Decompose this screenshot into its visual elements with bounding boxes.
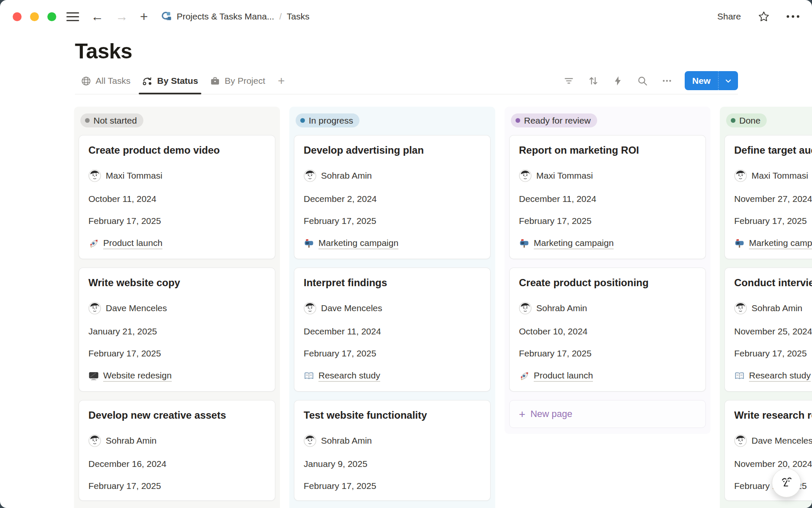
task-card[interactable]: Develop new creative assetsSohrab AminDe… [79,400,275,501]
start-date: December 11, 2024 [519,194,696,204]
forward-arrow-icon[interactable]: → [115,10,128,23]
breadcrumb: Projects & Tasks Mana... / Tasks [159,10,310,23]
search-icon[interactable] [633,72,652,89]
status-badge-not-started[interactable]: Not started [80,113,143,127]
chevron-down-icon[interactable] [718,71,738,90]
task-card[interactable]: Conduct interviewsSohrab AminNovember 25… [724,268,812,392]
assignee-name: Sohrab Amin [321,436,372,446]
status-label: Done [739,116,760,126]
start-date: November 27, 2024 [734,194,812,204]
task-card[interactable]: Create product demo videoMaxi TommasiOct… [79,135,275,259]
mailbox-icon [734,238,745,249]
more-ellipsis-icon[interactable] [787,15,799,18]
assignee-name: Sohrab Amin [752,303,802,313]
start-date: November 25, 2024 [734,326,812,337]
assignee-name: Dave Menceles [106,303,167,313]
globe-icon [81,76,91,86]
ai-assistant-button[interactable] [772,468,801,497]
breadcrumb-current[interactable]: Tasks [287,11,310,22]
briefcase-icon [210,76,220,86]
board-column-ready-for-review: Ready for reviewReport on marketing ROIM… [505,107,710,434]
board-column-not-started: Not startedCreate product demo videoMaxi… [74,107,280,508]
due-date: February 17, 2025 [88,481,266,491]
assignee-row: Dave Menceles [88,302,266,315]
task-card[interactable]: Write website copyDave MencelesJanuary 2… [79,268,275,392]
status-badge-ready-for-review[interactable]: Ready for review [511,113,597,127]
breadcrumb-root[interactable]: Projects & Tasks Mana... [177,11,274,22]
task-title: Develop advertising plan [304,144,481,157]
tab-label: By Status [157,76,198,86]
ellipsis-icon[interactable] [658,72,676,89]
project-relation: Product launch [88,238,266,249]
task-card[interactable]: Report on marketing ROIMaxi TommasiDecem… [509,135,706,259]
share-button[interactable]: Share [717,11,741,22]
window-controls [13,12,56,21]
due-date: February 17, 2025 [88,348,266,359]
assignee-row: Sohrab Amin [519,302,696,315]
column-header: In progress [294,113,491,135]
project-link[interactable]: Marketing campaign [534,238,614,249]
project-link[interactable]: Product launch [534,370,593,382]
project-link[interactable]: Product launch [103,238,162,249]
assignee-row: Sohrab Amin [88,434,266,447]
start-date: January 9, 2025 [304,459,481,469]
minimize-button[interactable] [30,12,39,21]
filter-icon[interactable] [560,72,578,89]
status-badge-done[interactable]: Done [726,113,767,127]
task-title: Test website functionality [304,409,481,422]
start-date: December 11, 2024 [304,326,481,337]
project-link[interactable]: Marketing campaign [318,238,398,249]
tab-by-status[interactable]: By Status [136,68,204,94]
assignee-row: Dave Menceles [734,434,812,447]
avatar [88,302,101,315]
task-card[interactable]: Interpret findingsDave MencelesDecember … [294,268,491,392]
assignee-row: Maxi Tommasi [519,169,696,182]
kanban-board: Not startedCreate product demo videoMaxi… [74,107,812,508]
task-title: Develop new creative assets [88,409,266,422]
due-date: February 17, 2025 [734,216,812,226]
project-relation: Research study [734,370,812,382]
new-button[interactable]: New [685,71,738,90]
assignee-name: Dave Menceles [321,303,382,313]
project-link[interactable]: Research study [318,370,380,382]
assignee-name: Sohrab Amin [106,436,156,446]
tab-label: By Project [225,76,265,86]
task-card[interactable]: Create product positioningSohrab AminOct… [509,268,706,392]
sort-icon[interactable] [584,72,603,89]
back-arrow-icon[interactable]: ← [91,10,104,23]
avatar [734,434,747,447]
task-card[interactable]: Develop advertising planSohrab AminDecem… [294,135,491,259]
hamburger-menu-icon[interactable] [66,12,79,21]
due-date: February 17, 2025 [519,216,696,226]
book-icon [734,371,745,381]
new-tab-plus-icon[interactable]: + [140,10,148,23]
close-button[interactable] [13,12,22,21]
task-card[interactable]: Define target audienceMaxi TommasiNovemb… [724,135,812,259]
project-link[interactable]: Marketing campaign [749,238,812,249]
add-view-button[interactable]: + [271,68,291,94]
rocket-icon [88,238,99,249]
task-card[interactable]: Test website functionalitySohrab AminJan… [294,400,491,501]
zoom-button[interactable] [47,12,56,21]
status-label: Ready for review [524,116,591,126]
tab-all-tasks[interactable]: All Tasks [75,68,136,94]
start-date: November 20, 2024 [734,459,812,469]
task-title: Conduct interviews [734,276,812,289]
star-icon[interactable] [758,11,770,22]
project-link[interactable]: Website redesign [103,370,172,382]
project-link[interactable]: Research study [749,370,811,382]
task-title: Write website copy [88,276,266,289]
status-dot [731,118,735,123]
new-page-button[interactable]: +New page [509,400,706,428]
assignee-row: Maxi Tommasi [734,169,812,182]
tab-by-project[interactable]: By Project [204,68,271,94]
status-badge-in-progress[interactable]: In progress [296,113,359,127]
status-dot [85,118,90,123]
due-date: February 17, 2025 [304,481,481,491]
lightning-icon[interactable] [609,72,627,89]
status-label: Not started [93,116,137,126]
project-relation: Product launch [519,370,696,382]
desktop-icon [88,371,99,381]
assignee-name: Maxi Tommasi [536,171,593,181]
assignee-name: Maxi Tommasi [106,171,162,181]
